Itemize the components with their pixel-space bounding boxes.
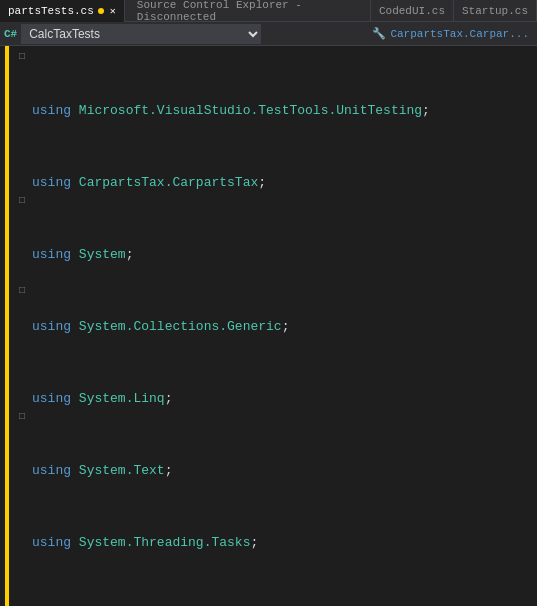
- breadcrumb-select-left[interactable]: CalcTaxTests: [21, 24, 261, 44]
- tab-codedui[interactable]: CodedUI.cs: [371, 0, 454, 22]
- collapse-17: [14, 336, 30, 354]
- tab-partsTests[interactable]: partsTests.cs ✕: [0, 0, 125, 22]
- breadcrumb-right-label: CarpartsTax.Carpar...: [390, 28, 529, 40]
- collapse-13: [14, 264, 30, 282]
- tab-codedui-label: CodedUI.cs: [379, 5, 445, 17]
- collapse-22: [14, 426, 30, 444]
- collapse-column: □ □ □ □: [14, 46, 30, 606]
- collapse-5: [14, 120, 30, 138]
- modified-indicator: [98, 8, 104, 14]
- collapse-9[interactable]: □: [14, 192, 30, 210]
- tab-startup-label: Startup.cs: [462, 5, 528, 17]
- code-line-3: using System;: [30, 246, 537, 264]
- code-line-2: using CarpartsTax.CarpartsTax;: [30, 174, 537, 192]
- collapse-1[interactable]: □: [14, 48, 30, 66]
- collapse-25: [14, 480, 30, 498]
- collapse-12: [14, 246, 30, 264]
- yellow-bar: [5, 46, 9, 606]
- code-line-4: using System.Collections.Generic;: [30, 318, 537, 336]
- code-line-1: using Microsoft.VisualStudio.TestTools.U…: [30, 102, 537, 120]
- collapse-21[interactable]: □: [14, 408, 30, 426]
- collapse-8: [14, 174, 30, 192]
- collapse-16: [14, 318, 30, 336]
- collapse-19: [14, 372, 30, 390]
- collapse-2: [14, 66, 30, 84]
- collapse-11: [14, 228, 30, 246]
- code-line-5: using System.Linq;: [30, 390, 537, 408]
- collapse-10: [14, 210, 30, 228]
- code-content: using Microsoft.VisualStudio.TestTools.U…: [30, 46, 537, 606]
- tab-label: partsTests.cs: [8, 5, 94, 17]
- code-line-6: using System.Text;: [30, 462, 537, 480]
- tab-source-label: Source Control Explorer - Disconnected: [137, 0, 358, 23]
- tab-close-icon[interactable]: ✕: [110, 5, 116, 17]
- code-line-7: using System.Threading.Tasks;: [30, 534, 537, 552]
- tab-startup[interactable]: Startup.cs: [454, 0, 537, 22]
- collapse-4: [14, 102, 30, 120]
- file-type-icon: C#: [4, 28, 17, 40]
- collapse-26: [14, 498, 30, 516]
- collapse-14[interactable]: □: [14, 282, 30, 300]
- tab-source-control[interactable]: Source Control Explorer - Disconnected: [125, 0, 371, 22]
- code-area: □ □ □ □ using Microsoft.VisualStudio.Tes…: [0, 46, 537, 606]
- carparts-icon: 🔧: [372, 27, 386, 40]
- collapse-24: [14, 462, 30, 480]
- collapse-3: [14, 84, 30, 102]
- breadcrumb-bar: C# CalcTaxTests 🔧 CarpartsTax.Carpar...: [0, 22, 537, 46]
- collapse-20: [14, 390, 30, 408]
- breadcrumb-right: 🔧 CarpartsTax.Carpar...: [372, 27, 533, 40]
- collapse-6: [14, 138, 30, 156]
- collapse-7: [14, 156, 30, 174]
- tab-bar: partsTests.cs ✕ Source Control Explorer …: [0, 0, 537, 22]
- gutter: [0, 46, 14, 606]
- collapse-15: [14, 300, 30, 318]
- collapse-18: [14, 354, 30, 372]
- collapse-23: [14, 444, 30, 462]
